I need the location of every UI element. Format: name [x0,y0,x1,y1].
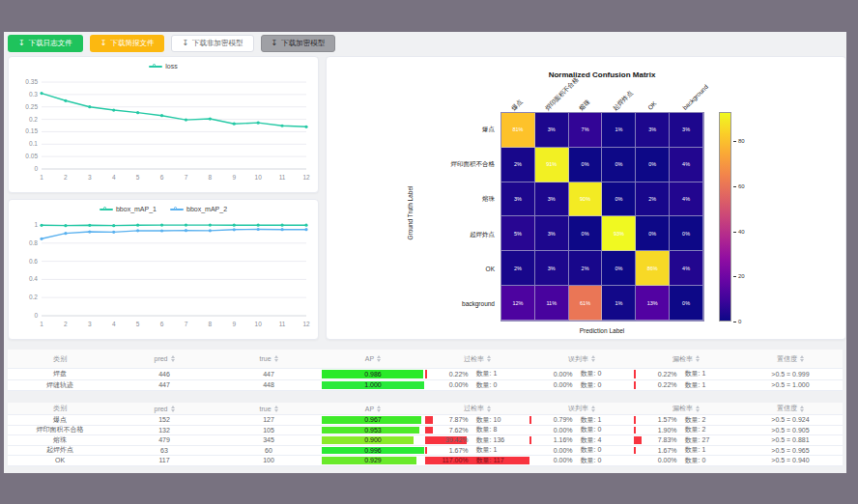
data-point [112,224,115,227]
ap-value: 0.967 [322,416,424,424]
column-header-label: 置信度 [777,404,797,413]
count-value: 数量: 4 [577,435,631,445]
count-value: 数量: 1 [681,380,735,390]
column-header-误判率: 误判率 [529,350,634,368]
column-header-label: 过检率 [464,354,484,364]
matrix-cell: 90% [569,182,603,217]
sort-caret-icon[interactable] [171,406,175,412]
sort-caret-icon[interactable] [696,406,700,412]
svg-text:4: 4 [112,321,116,327]
rate-value: 117.00% [428,457,472,463]
count-value: 数量: 117 [472,456,527,465]
download-icon: ↧ [182,40,188,47]
cell-pred: 117 [112,456,216,465]
sort-down-icon [591,359,595,362]
matrix-column-label: 焊印面积不合格 [544,75,582,113]
data-point [280,125,283,127]
cell-class-label: 爆点 [8,415,112,425]
summary-table-defects: 类别predtrueAP过检率误判率漏检率置信度爆点1521270.9677.8… [8,403,843,466]
column-header-label: 过检率 [464,404,484,413]
matrix-cell: 0% [636,216,670,251]
cell-true: 127 [216,415,321,425]
ap-bar-track: 0.953 [322,427,424,434]
svg-text:10: 10 [255,174,263,181]
count-value: 数量: 1 [681,446,735,456]
ap-bar-track: 0.900 [322,436,424,444]
sort-down-icon [487,359,491,362]
sort-caret-icon[interactable] [696,355,700,362]
svg-text:0.2: 0.2 [29,116,38,123]
count-value: 数量: 0 [577,369,631,378]
data-point [185,118,187,121]
matrix-cell: 93% [602,216,636,251]
sort-caret-icon[interactable] [591,355,595,362]
data-point [88,105,91,108]
matrix-row-label: 焊印面积不合格 [408,160,495,169]
sort-caret-icon[interactable] [487,355,491,362]
cell-true: 447 [216,369,321,379]
colorbar-tick-label: 20 [733,273,745,279]
sort-caret-icon[interactable] [171,355,175,362]
column-header-label: true [259,406,271,412]
sort-up-icon [487,355,491,358]
svg-text:9: 9 [232,174,236,181]
rate-bar [634,427,636,434]
cell-true: 100 [216,456,321,465]
cell-ap: 0.986 [321,369,425,379]
sort-caret-icon[interactable] [377,355,381,362]
map-chart-card: 00.20.40.60.81123456789101112 bbox_mAP_1… [8,199,319,340]
ap-value: 0.953 [322,427,424,434]
sort-caret-icon[interactable] [800,406,804,412]
sort-caret-icon[interactable] [487,406,491,412]
data-point [280,228,283,231]
column-header-label: 误判率 [568,354,588,364]
confusion-matrix-title: Normalized Confusion Matrix [500,70,703,79]
ap-bar-track: 1.000 [322,381,424,390]
sort-caret-icon[interactable] [274,406,278,412]
colorbar-tick-label: 40 [733,229,745,235]
legend-ring-icon [103,207,106,210]
matrix-row-label: 起焊炸点 [408,231,495,239]
download-button-4[interactable]: ↧下载加密模型 [261,35,336,52]
download-button-2[interactable]: ↧下载简报文件 [90,35,165,52]
column-header-label: AP [365,406,374,412]
loss-chart-legend: loss [9,63,318,70]
matrix-cell: 3% [535,113,569,148]
svg-text:8: 8 [209,321,213,327]
cell-ap: 1.000 [321,380,425,391]
download-button-1[interactable]: ↧下载日志文件 [8,35,83,52]
sort-down-icon [696,409,700,412]
data-point [112,231,115,234]
legend-item-bbox_mAP_1[interactable]: bbox_mAP_1 [100,206,157,212]
toolbar: ↧下载日志文件↧下载简报文件↧下载非加密模型↧下载加密模型 [8,35,335,52]
sort-down-icon [591,409,595,412]
ap-value: 0.929 [322,457,424,464]
column-header-label: 误判率 [568,404,588,413]
sort-caret-icon[interactable] [377,406,381,412]
sort-caret-icon[interactable] [800,355,804,362]
sort-caret-icon[interactable] [591,406,595,412]
column-header-置信度: 置信度 [738,350,843,368]
matrix-cell: 2% [501,251,535,286]
svg-text:1: 1 [40,174,43,181]
rate-value: 0.00% [532,457,576,463]
column-header-过检率: 过检率 [425,350,529,368]
ap-bar-track: 0.967 [322,416,424,424]
bbox-map-chart: 00.20.40.60.81123456789101112 [9,200,318,339]
legend-item-loss[interactable]: loss [149,63,177,70]
rate-value: 1.67% [428,447,472,454]
colorbar-tick-label: 60 [733,183,745,189]
matrix-cell: 81% [501,113,535,148]
cell-class-label: 焊印面积不合格 [8,426,112,435]
legend-item-bbox_mAP_2[interactable]: bbox_mAP_2 [170,206,227,212]
matrix-cell: 13% [636,286,670,321]
column-header-AP: AP [321,403,425,414]
sort-up-icon [591,406,595,408]
data-point [185,229,187,232]
download-button-3[interactable]: ↧下载非加密模型 [171,35,253,52]
count-value: 数量: 1 [681,369,735,378]
rate-bar [529,436,531,444]
column-header-类别: 类别 [8,350,112,368]
sort-caret-icon[interactable] [274,355,278,362]
svg-text:0: 0 [34,312,38,319]
